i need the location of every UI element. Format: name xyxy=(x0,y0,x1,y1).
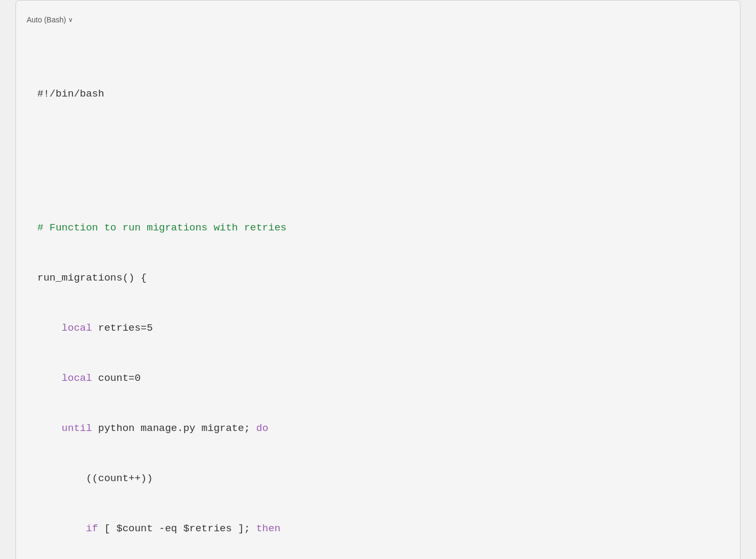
do-keyword: do xyxy=(256,422,268,434)
comment1-text: # Function to run migrations with retrie… xyxy=(37,222,286,234)
code-block: #!/bin/bash # Function to run migrations… xyxy=(16,30,740,559)
local-retries-line: local retries=5 xyxy=(37,320,719,337)
editor-container: Auto (Bash) ∨ #!/bin/bash # Function to … xyxy=(15,0,741,559)
language-selector[interactable]: Auto (Bash) ∨ xyxy=(16,11,740,30)
until-cmd: python manage.py migrate; xyxy=(98,422,256,434)
comment1-line: # Function to run migrations with retrie… xyxy=(37,220,719,236)
then-keyword: then xyxy=(256,523,280,534)
if-condition: [ $count -eq $retries ]; xyxy=(104,523,256,534)
local-retries-val: retries=5 xyxy=(98,322,153,334)
language-label: Auto (Bash) xyxy=(27,15,66,24)
local-retries-keyword: local xyxy=(37,322,98,334)
local-count-line: local count=0 xyxy=(37,370,719,387)
func-def-line: run_migrations() { xyxy=(37,270,719,286)
local-count-keyword: local xyxy=(37,372,98,384)
shebang-line: #!/bin/bash xyxy=(37,86,719,102)
chevron-down-icon: ∨ xyxy=(68,16,73,23)
until-keyword: until xyxy=(37,422,98,434)
local-count-val: count=0 xyxy=(98,372,141,384)
if-keyword: if xyxy=(37,523,104,534)
blank-line-1 xyxy=(37,153,719,169)
count-inc-line: ((count++)) xyxy=(37,470,719,487)
count-inc-text: ((count++)) xyxy=(37,473,153,484)
shebang-text: #!/bin/bash xyxy=(37,88,104,100)
until-line: until python manage.py migrate; do xyxy=(37,420,719,437)
if-line: if [ $count -eq $retries ]; then xyxy=(37,521,719,537)
func-def-text: run_migrations() { xyxy=(37,272,147,284)
